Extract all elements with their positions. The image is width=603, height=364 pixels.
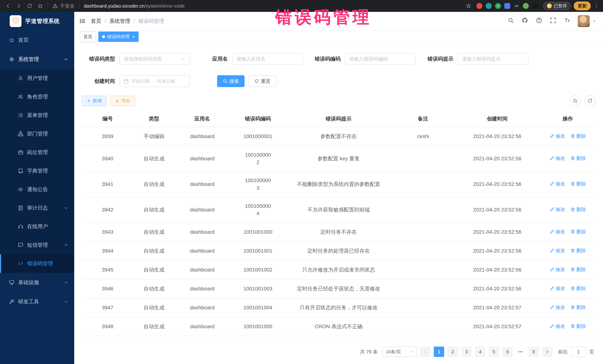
sidebar-item-label: 岗位管理 <box>27 149 48 156</box>
tab-close-icon[interactable]: × <box>132 34 135 39</box>
sidebar-item-audit-log[interactable]: 审计日志 <box>0 199 74 217</box>
page-button[interactable]: 3 <box>461 347 472 357</box>
extension-green-check-icon[interactable]: V <box>495 3 501 9</box>
page-button[interactable]: 4 <box>475 347 485 357</box>
edit-link[interactable]: 修改 <box>550 322 565 330</box>
extension-dark-on-icon[interactable]: on <box>514 3 520 9</box>
edit-link[interactable]: 修改 <box>550 285 565 292</box>
more-pages-icon[interactable]: ••• <box>516 350 525 354</box>
edit-link[interactable]: 修改 <box>550 228 565 235</box>
sidebar-item-post-mgmt[interactable]: 岗位管理 <box>0 143 74 162</box>
prev-page-button[interactable] <box>420 347 430 357</box>
browser-update-button[interactable]: 更新 <box>574 1 591 10</box>
sidebar-item-sms-mgmt[interactable]: 短信管理 <box>0 236 74 254</box>
cell-remark <box>392 154 454 164</box>
table-toolbar: 新增 导出 <box>74 95 603 106</box>
sidebar-item-dev-tools[interactable]: 研发工具 <box>0 292 74 311</box>
error-code-input[interactable] <box>345 53 416 65</box>
extension-green-leaf-icon[interactable] <box>523 3 529 9</box>
tab-home[interactable]: 首页 <box>80 32 96 42</box>
back-button[interactable] <box>5 3 11 9</box>
app-logo[interactable]: 芋道管理系统 <box>0 12 74 30</box>
sidebar-item-notice[interactable]: 通知公告 <box>0 180 74 199</box>
delete-link[interactable]: 删除 <box>570 247 586 254</box>
sidebar-item-online-users[interactable]: 在线用户 <box>0 217 74 236</box>
table-row: 3940自动生成dashboard100100000 2参数配置 key 重复2… <box>82 146 596 172</box>
url-bar[interactable]: dashboard.yudao.iocoder.cn/system/error-… <box>84 3 463 9</box>
refresh-button[interactable] <box>27 3 32 9</box>
extension-red-icon[interactable] <box>476 3 482 9</box>
sidebar-item-error-code-mgmt[interactable]: 错误码管理 <box>0 254 74 273</box>
delete-link[interactable]: 删除 <box>570 285 586 292</box>
date-range-picker[interactable]: 开始日期 - 结束日期 <box>119 75 190 87</box>
edit-link[interactable]: 修改 <box>550 304 565 311</box>
edit-link[interactable]: 修改 <box>550 154 565 162</box>
sidebar-item-user-mgmt[interactable]: 用户管理 <box>0 69 74 88</box>
delete-link[interactable]: 删除 <box>570 228 586 235</box>
edit-link[interactable]: 修改 <box>550 180 565 188</box>
page-button[interactable]: 1 <box>434 347 444 357</box>
page-size-select[interactable]: 10条/页 <box>383 347 417 357</box>
reset-button[interactable]: 重置 <box>248 75 277 87</box>
toggle-search-button[interactable] <box>570 95 581 106</box>
header-help-button[interactable] <box>536 17 542 25</box>
delete-icon <box>570 248 575 253</box>
delete-link[interactable]: 删除 <box>570 304 586 311</box>
extension-teal-icon[interactable] <box>486 3 492 9</box>
sidebar-item-role-mgmt[interactable]: 角色管理 <box>0 88 74 106</box>
search-button[interactable]: 搜索 <box>217 75 244 87</box>
breadcrumb-item[interactable]: 首页 <box>91 18 101 25</box>
delete-link[interactable]: 删除 <box>570 206 586 213</box>
delete-link[interactable]: 删除 <box>570 154 586 162</box>
goto-page-input[interactable] <box>571 347 586 357</box>
security-indicator[interactable]: 不安全 <box>52 3 75 9</box>
extension-black-pin-icon[interactable] <box>532 3 538 9</box>
next-page-button[interactable] <box>542 347 553 357</box>
sidebar-item-menu-mgmt[interactable]: 菜单管理 <box>0 106 74 124</box>
edit-link[interactable]: 修改 <box>550 247 565 254</box>
sidebar-item-dept-mgmt[interactable]: 部门管理 <box>0 124 74 143</box>
sidebar-item-dict-mgmt[interactable]: 字典管理 <box>0 162 74 180</box>
profile-paused-chip[interactable]: 已暂停 <box>543 2 571 10</box>
cell-remark <box>392 179 454 189</box>
edit-link[interactable]: 修改 <box>550 206 565 213</box>
forward-button[interactable] <box>16 3 22 9</box>
extension-blue-chart-icon[interactable] <box>504 3 510 9</box>
error-code-type-select[interactable]: 请选择错误码类型 <box>119 53 190 65</box>
page-button[interactable]: 5 <box>489 347 499 357</box>
sidebar-item-system-mgmt[interactable]: 系统管理 <box>0 50 74 69</box>
page-button[interactable]: 2 <box>448 347 458 357</box>
app-name-input[interactable] <box>232 53 303 65</box>
add-button[interactable]: 新增 <box>82 96 106 106</box>
page-button[interactable]: 6 <box>502 347 513 357</box>
header-github-button[interactable] <box>522 17 528 25</box>
cell-id: 3946 <box>82 280 134 298</box>
bookmark-star-icon[interactable] <box>466 3 471 9</box>
page-button[interactable]: 8 <box>528 347 539 357</box>
header-fullscreen-button[interactable] <box>550 17 556 25</box>
home-button[interactable] <box>37 3 43 9</box>
delete-link[interactable]: 删除 <box>570 322 586 330</box>
log-icon <box>18 205 23 211</box>
error-hint-input[interactable] <box>458 53 528 65</box>
filter-row-1: 错误码类型请选择错误码类型应用名错误码编码错误码提示 <box>88 53 603 65</box>
edit-link[interactable]: 修改 <box>550 266 565 273</box>
user-menu[interactable] <box>578 15 596 27</box>
header-font-size-button[interactable] <box>564 17 570 25</box>
breadcrumb-item[interactable]: 系统管理 <box>109 18 130 25</box>
delete-link[interactable]: 删除 <box>570 132 586 140</box>
export-button[interactable]: 导出 <box>110 96 135 106</box>
sidebar-toggle-button[interactable] <box>79 18 86 24</box>
sidebar-item-infrastructure[interactable]: 基础设施 <box>0 273 74 292</box>
tab-error-code[interactable]: 错误码管理× <box>98 32 139 42</box>
sidebar-item-home[interactable]: 首页 <box>0 30 74 50</box>
edit-link[interactable]: 修改 <box>550 132 565 140</box>
header-search-button[interactable] <box>508 17 514 25</box>
delete-link[interactable]: 删除 <box>570 180 586 188</box>
refresh-button[interactable] <box>584 95 596 106</box>
app-title: 芋道管理系统 <box>25 17 60 25</box>
delete-link[interactable]: 删除 <box>570 266 586 273</box>
delete-icon <box>570 305 575 310</box>
url-domain: dashboard.yudao.iocoder.cn <box>84 3 145 9</box>
browser-menu-icon[interactable] <box>594 3 599 9</box>
